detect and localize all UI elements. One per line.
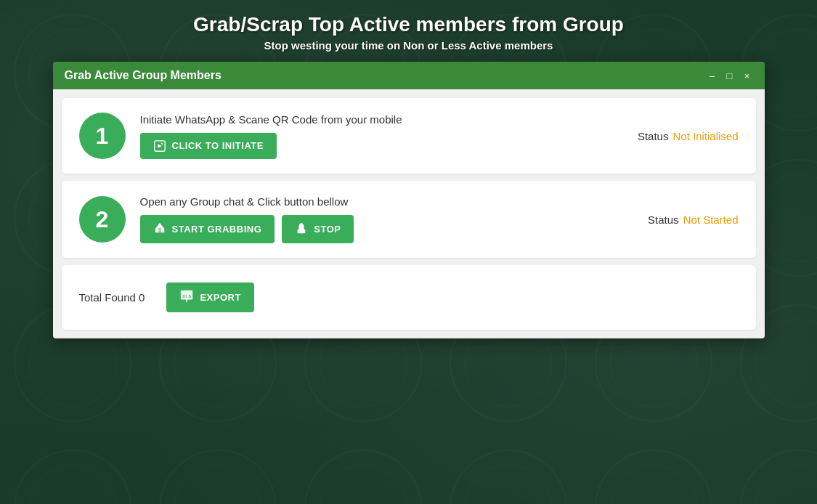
app-window: Grab Active Group Members – □ × 1 Initia… (53, 62, 765, 338)
initiate-button[interactable]: CLICK TO INITIATE (140, 133, 277, 159)
window-titlebar: Grab Active Group Members – □ × (53, 62, 765, 89)
start-grabbing-label: START GRABBING (172, 224, 262, 235)
step2-status-value: Not Started (683, 214, 739, 226)
initiate-icon (153, 139, 166, 153)
total-found-value: 0 (139, 291, 145, 304)
export-button-label: EXPORT (200, 292, 240, 303)
page-header: Grab/Scrap Top Active members from Group… (0, 0, 817, 62)
total-found-label: Total Found (79, 291, 139, 304)
step1-circle: 1 (79, 113, 126, 159)
step2-status-label: Status (648, 214, 679, 226)
page-subtitle: Stop westing your time on Non or Less Ac… (15, 39, 802, 52)
step2-buttons: START GRABBING STOP (140, 215, 634, 243)
step2-instruction: Open any Group chat & Click button bello… (140, 195, 634, 208)
window-title: Grab Active Group Members (65, 69, 221, 82)
step1-card: 1 Initiate WhatsApp & Scane QR Code from… (62, 98, 756, 174)
export-button[interactable]: XLS EXPORT (166, 283, 253, 312)
step1-content: Initiate WhatsApp & Scane QR Code from y… (140, 113, 623, 159)
step2-circle: 2 (79, 196, 126, 243)
window-body: 1 Initiate WhatsApp & Scane QR Code from… (53, 89, 765, 338)
step1-buttons: CLICK TO INITIATE (140, 133, 623, 159)
step2-card: 2 Open any Group chat & Click button bel… (62, 181, 756, 258)
minimize-button[interactable]: – (707, 70, 718, 81)
page-title: Grab/Scrap Top Active members from Group (15, 13, 802, 36)
initiate-button-label: CLICK TO INITIATE (172, 140, 264, 151)
step1-instruction: Initiate WhatsApp & Scane QR Code from y… (140, 113, 623, 126)
svg-marker-4 (155, 223, 163, 228)
maximize-button[interactable]: □ (724, 70, 736, 81)
step2-status: Status Not Started (648, 214, 738, 226)
svg-rect-5 (158, 228, 161, 232)
step2-content: Open any Group chat & Click button bello… (140, 195, 634, 243)
window-controls: – □ × (707, 70, 753, 81)
total-found: Total Found 0 (79, 291, 145, 304)
start-grabbing-button[interactable]: START GRABBING (140, 215, 275, 243)
export-card: Total Found 0 XLS EXPORT (62, 265, 756, 330)
step1-status-value: Not Initialised (672, 130, 738, 142)
step1-status-label: Status (638, 130, 669, 142)
stop-label: STOP (314, 224, 341, 235)
stop-button[interactable]: STOP (282, 215, 354, 243)
export-icon: XLS (179, 289, 194, 306)
grabbing-icon (153, 221, 166, 237)
close-button[interactable]: × (741, 70, 753, 81)
stop-icon (295, 221, 308, 237)
step1-status: Status Not Initialised (638, 130, 739, 142)
